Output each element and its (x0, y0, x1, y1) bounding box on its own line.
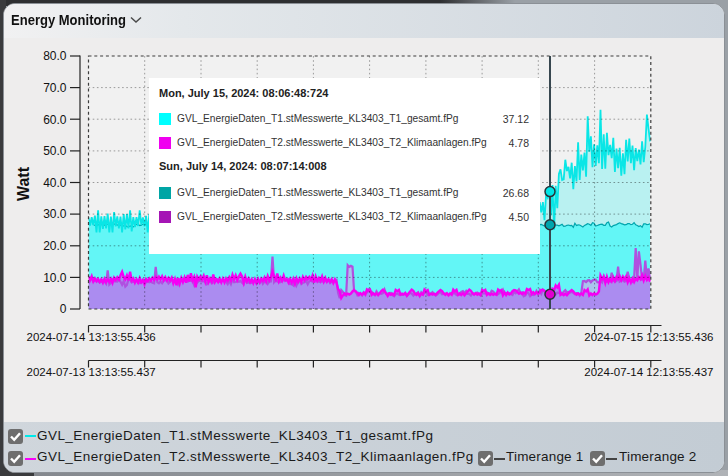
svg-text:40.0: 40.0 (43, 176, 67, 190)
svg-text:10.0: 10.0 (43, 271, 67, 285)
svg-text:2024-07-14 13:13:55.436: 2024-07-14 13:13:55.436 (27, 331, 156, 343)
svg-text:2024-07-15 12:13:55.436: 2024-07-15 12:13:55.436 (584, 331, 713, 343)
svg-text:Watt: Watt (15, 166, 32, 201)
svg-text:70.0: 70.0 (43, 81, 67, 95)
svg-text:80.0: 80.0 (43, 49, 67, 63)
svg-text:2024-07-14 12:13:55.437: 2024-07-14 12:13:55.437 (584, 366, 713, 378)
svg-text:2024-07-13 13:13:55.437: 2024-07-13 13:13:55.437 (27, 366, 156, 378)
svg-text:60.0: 60.0 (43, 113, 67, 127)
svg-text:0: 0 (60, 302, 67, 316)
svg-text:20.0: 20.0 (43, 239, 67, 253)
svg-text:30.0: 30.0 (43, 207, 67, 221)
svg-text:50.0: 50.0 (43, 144, 67, 158)
